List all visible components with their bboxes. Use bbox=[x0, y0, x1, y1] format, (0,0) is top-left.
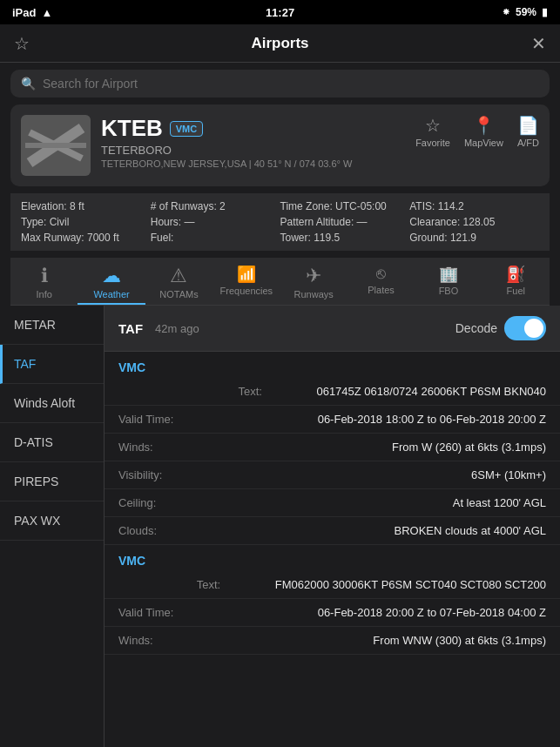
ceiling-row-1: Ceiling: At least 1200' AGL bbox=[105, 489, 560, 517]
status-bar: iPad ▲ 11:27 ⁕ 59% ▮ bbox=[0, 0, 560, 24]
favorite-icon: ☆ bbox=[425, 115, 441, 136]
d-atis-label: D-ATIS bbox=[14, 435, 53, 449]
vmc-label-2: VMC bbox=[118, 554, 145, 568]
valid-time-row-1: Valid Time: 06-Feb-2018 18:00 Z to 06-Fe… bbox=[105, 406, 560, 434]
taf-label: TAF bbox=[14, 357, 36, 371]
clouds-row-1: Clouds: BROKEN clouds at 4000' AGL bbox=[105, 517, 560, 545]
winds-row-1: Winds: From W (260) at 6kts (3.1mps) bbox=[105, 434, 560, 461]
clearance-detail: Clearance: 128.05 bbox=[409, 216, 539, 228]
vmc-section-1: VMC bbox=[105, 352, 560, 378]
tab-notams-label: NOTAMs bbox=[159, 289, 198, 299]
valid-time-value-1: 06-Feb-2018 18:00 Z to 06-Feb-2018 20:00… bbox=[197, 413, 546, 426]
tab-info[interactable]: ℹ Info bbox=[10, 258, 78, 305]
winds-value-1: From W (260) at 6kts (3.1mps) bbox=[197, 441, 546, 454]
frequencies-icon: 📶 bbox=[237, 265, 256, 284]
taf-time-ago: 42m ago bbox=[155, 322, 199, 335]
wifi-icon: ▲ bbox=[41, 6, 52, 19]
tab-frequencies[interactable]: 📶 Frequencies bbox=[213, 258, 280, 305]
flight-rule-badge: VMC bbox=[170, 121, 203, 137]
taf-text-row-1: Text: 061745Z 0618/0724 26006KT P6SM BKN… bbox=[105, 378, 560, 406]
clouds-label-1: Clouds: bbox=[118, 524, 197, 537]
sidebar-item-metar[interactable]: METAR bbox=[0, 306, 104, 345]
text-label-1: Text: bbox=[238, 385, 316, 398]
airport-details: Elevation: 8 ft # of Runways: 2 Time Zon… bbox=[10, 193, 550, 251]
airport-thumbnail bbox=[21, 115, 91, 176]
decode-toggle[interactable] bbox=[504, 316, 546, 340]
bluetooth-icon: ⁕ bbox=[502, 6, 510, 18]
search-bar[interactable]: 🔍 bbox=[10, 70, 550, 98]
search-input[interactable] bbox=[43, 77, 539, 91]
tab-runways[interactable]: ✈ Runways bbox=[280, 258, 347, 305]
text-value-2: FM062000 30006KT P6SM SCT040 SCT080 SCT2… bbox=[275, 578, 546, 591]
valid-time-label-2: Valid Time: bbox=[118, 606, 197, 619]
valid-time-row-2: Valid Time: 06-Feb-2018 20:00 Z to 07-Fe… bbox=[105, 599, 560, 627]
pax-wx-label: PAX WX bbox=[14, 514, 60, 528]
afd-icon: 📄 bbox=[517, 115, 539, 136]
search-icon: 🔍 bbox=[21, 77, 36, 91]
battery-percent: 59% bbox=[516, 6, 536, 18]
winds-aloft-label: Winds Aloft bbox=[14, 396, 75, 410]
tab-plates[interactable]: ⎋ Plates bbox=[347, 258, 415, 305]
plates-icon: ⎋ bbox=[376, 265, 386, 283]
visibility-row-1: Visibility: 6SM+ (10km+) bbox=[105, 461, 560, 489]
mapview-label: MapView bbox=[464, 138, 503, 148]
close-nav-button[interactable]: ✕ bbox=[531, 33, 546, 54]
favorite-action[interactable]: ☆ Favorite bbox=[415, 115, 450, 148]
fbo-icon: 🏢 bbox=[439, 265, 458, 284]
status-left: iPad ▲ bbox=[12, 6, 52, 19]
ceiling-value-1: At least 1200' AGL bbox=[197, 496, 546, 509]
tab-weather-label: Weather bbox=[93, 289, 129, 299]
weather-icon: ☁ bbox=[102, 265, 121, 287]
tab-notams[interactable]: ⚠ NOTAMs bbox=[145, 258, 213, 305]
taf-text-row-2: Text: FM062000 30006KT P6SM SCT040 SCT08… bbox=[105, 571, 560, 599]
pattern-alt-detail: Pattern Altitude: — bbox=[280, 216, 410, 228]
airport-card: KTEB VMC TETERBORO TETERBORO,NEW JERSEY,… bbox=[10, 104, 550, 186]
afd-action[interactable]: 📄 A/FD bbox=[517, 115, 539, 148]
taf-section-title: TAF bbox=[118, 321, 143, 336]
sidebar-item-pireps[interactable]: PIREPS bbox=[0, 462, 104, 501]
tab-fbo[interactable]: 🏢 FBO bbox=[415, 258, 482, 305]
winds-value-2: From WNW (300) at 6kts (3.1mps) bbox=[197, 634, 546, 647]
taf-content: TAF 42m ago Decode VMC Text: 061745Z 061… bbox=[105, 306, 560, 747]
sidebar: METAR TAF Winds Aloft D-ATIS PIREPS PAX … bbox=[0, 306, 105, 747]
valid-time-value-2: 06-Feb-2018 20:00 Z to 07-Feb-2018 04:00… bbox=[197, 606, 546, 619]
timezone-detail: Time Zone: UTC-05:00 bbox=[280, 200, 410, 212]
decode-label: Decode bbox=[455, 321, 497, 335]
ipad-label: iPad bbox=[12, 6, 36, 19]
mapview-action[interactable]: 📍 MapView bbox=[464, 115, 503, 148]
max-runway-detail: Max Runway: 7000 ft bbox=[21, 232, 151, 244]
visibility-value-1: 6SM+ (10km+) bbox=[197, 468, 546, 481]
map-icon: 📍 bbox=[473, 115, 495, 136]
decode-row: Decode bbox=[455, 316, 546, 340]
winds-label-2: Winds: bbox=[118, 634, 197, 647]
valid-time-label-1: Valid Time: bbox=[118, 413, 197, 426]
visibility-label-1: Visibility: bbox=[118, 468, 197, 481]
vmc-label-1: VMC bbox=[118, 360, 145, 374]
notams-icon: ⚠ bbox=[170, 265, 187, 287]
nav-bar: ☆ Airports ✕ bbox=[0, 24, 560, 63]
vmc-section-2: VMC bbox=[105, 545, 560, 571]
tower-detail: Tower: 119.5 bbox=[280, 232, 410, 244]
sidebar-item-winds-aloft[interactable]: Winds Aloft bbox=[0, 384, 104, 423]
tab-bar: ℹ Info ☁ Weather ⚠ NOTAMs 📶 Frequencies … bbox=[10, 258, 550, 306]
winds-label-1: Winds: bbox=[118, 441, 197, 454]
elevation-detail: Elevation: 8 ft bbox=[21, 200, 151, 212]
sidebar-item-pax-wx[interactable]: PAX WX bbox=[0, 501, 104, 541]
metar-label: METAR bbox=[14, 318, 56, 332]
sidebar-item-d-atis[interactable]: D-ATIS bbox=[0, 423, 104, 462]
sidebar-item-taf[interactable]: TAF bbox=[0, 345, 104, 384]
tab-frequencies-label: Frequencies bbox=[220, 286, 273, 296]
favorite-nav-icon[interactable]: ☆ bbox=[14, 33, 30, 54]
hours-detail: Hours: — bbox=[151, 216, 280, 228]
tab-plates-label: Plates bbox=[368, 285, 395, 295]
tab-fuel[interactable]: ⛽ Fuel bbox=[482, 258, 550, 305]
main-content: METAR TAF Winds Aloft D-ATIS PIREPS PAX … bbox=[0, 306, 560, 747]
airport-location: TETERBORO,NEW JERSEY,USA | 40 51° N / 07… bbox=[101, 158, 539, 169]
tab-weather[interactable]: ☁ Weather bbox=[78, 258, 145, 305]
ground-detail: Ground: 121.9 bbox=[409, 232, 539, 244]
ceiling-label-1: Ceiling: bbox=[118, 496, 197, 509]
airport-actions: ☆ Favorite 📍 MapView 📄 A/FD bbox=[415, 115, 539, 148]
runways-icon: ✈ bbox=[306, 265, 321, 287]
runways-detail: # of Runways: 2 bbox=[151, 200, 280, 212]
tab-fuel-label: Fuel bbox=[507, 286, 525, 296]
